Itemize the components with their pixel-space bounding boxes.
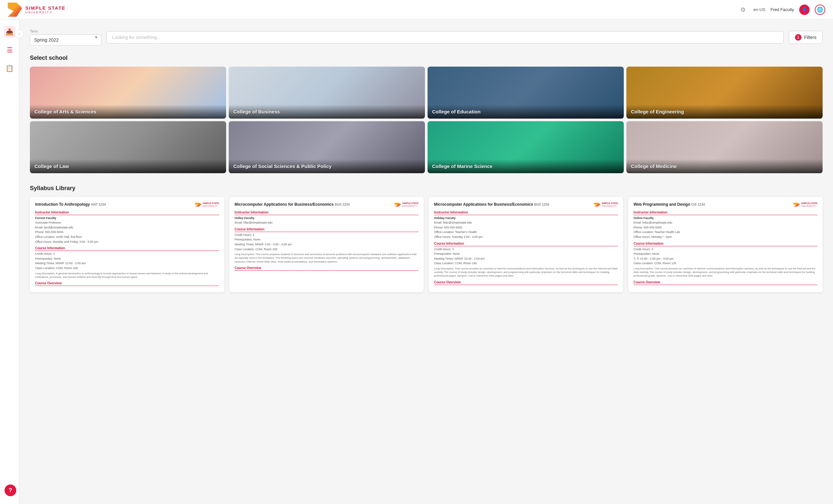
syllabus-instructor-name: Online Faculty — [634, 216, 817, 220]
syllabus-instructor-hours: Office Hours: Monday and Friday, 3:00 - … — [35, 240, 219, 244]
syllabus-course-desc: Long Description: A general introduction… — [35, 272, 219, 279]
college-card-overlay: College of Medicine — [626, 159, 823, 173]
syllabus-grid: Introduction To Anthropology ANT 1234 SI… — [30, 197, 823, 292]
syllabus-code: CIS 1234 — [691, 203, 705, 206]
search-input[interactable] — [106, 31, 784, 44]
syllabus-logo-icon — [793, 203, 800, 207]
filter-count-badge: 1 — [795, 34, 802, 41]
syllabus-card[interactable]: Web Programming and Design CIS 1234 SIMP… — [628, 197, 823, 292]
syllabus-title: Web Programming and Design CIS 1234 — [634, 202, 705, 207]
logo-subtitle: UNIVERSITY — [25, 11, 66, 14]
globe-button[interactable]: 🌐 — [815, 4, 825, 15]
syllabus-instructor-phone: Phone: 555-555-5555 — [434, 225, 618, 230]
syllabus-instructor-section: Instructor Information — [235, 211, 419, 215]
sidebar-toggle[interactable]: › — [15, 29, 24, 38]
logo-text: SIMPLE STATE UNIVERSITY — [25, 5, 66, 14]
syllabus-header: Microcomputer Applications for Business/… — [434, 202, 618, 208]
college-card[interactable]: College of Education — [428, 67, 624, 119]
syllabus-course-location: Class Location: COM, Room 140 — [434, 261, 618, 265]
syllabus-icon: 📋 — [5, 64, 14, 72]
syllabus-card-inner: Introduction To Anthropology ANT 1234 SI… — [35, 202, 219, 286]
college-card-label: College of Law — [34, 164, 69, 169]
syllabus-instructor-email: Email: fprof@simplestate.edu — [35, 225, 219, 230]
language-label: en-US — [754, 7, 765, 12]
logo-icon — [8, 3, 22, 17]
syllabus-course-overview: Course Overview — [35, 281, 219, 286]
syllabus-title: Microcomputer Applications for Business/… — [434, 202, 549, 207]
syllabus-course-section: Course Information — [235, 227, 419, 232]
syllabus-card-inner: Microcomputer Applications for Business/… — [434, 202, 618, 285]
college-card[interactable]: College of Marine Science — [428, 121, 624, 173]
settings-button[interactable]: ⚙ — [738, 4, 748, 15]
syllabus-instructor-name: Forrest Faculty — [35, 216, 219, 220]
syllabus-course-location: Class Location: COM, Room 105 — [35, 266, 219, 270]
syllabus-course-overview: Course Overview — [434, 281, 618, 285]
syllabus-course-prereq: Prerequisites: None — [434, 252, 618, 256]
college-card[interactable]: College of Business — [229, 67, 425, 119]
avatar[interactable]: 👤 — [799, 4, 810, 15]
globe-icon: 🌐 — [817, 6, 823, 13]
syllabus-course-desc: Long Description: This course provides a… — [634, 267, 817, 278]
syllabus-card[interactable]: Microcomputer Applications for Business/… — [229, 197, 424, 292]
term-select[interactable]: Spring 2022 Fall 2021 Summer 2021 — [30, 34, 101, 46]
logo-area: SIMPLE STATE UNIVERSITY — [8, 3, 66, 17]
catalog-icon: ☰ — [7, 46, 13, 54]
syllabus-logo-text: SIMPLE STATEUNIVERSITY — [801, 202, 817, 207]
syllabus-course-credits: Credit Hours: 3 — [634, 247, 817, 251]
college-card-label: College of Education — [432, 109, 480, 114]
syllabus-instructor-location: Office Location: Teacher's Health — [434, 230, 618, 234]
syllabus-course-times: Meeting Times: M/W/F 10:30 - 2:00 am — [434, 257, 618, 261]
help-button[interactable]: ? — [4, 484, 16, 496]
college-card-overlay: College of Business — [229, 105, 425, 119]
syllabus-course-location: Class Location: COM, Room 105 — [235, 247, 419, 251]
syllabus-logo-area: SIMPLE STATEUNIVERSITY — [793, 202, 817, 207]
syllabus-course-credits: Credit Hours: 3 — [235, 233, 419, 237]
syllabus-card[interactable]: Introduction To Anthropology ANT 1234 SI… — [30, 197, 224, 292]
college-card[interactable]: College of Social Sciences & Public Poli… — [229, 121, 425, 173]
syllabus-header: Introduction To Anthropology ANT 1234 SI… — [35, 202, 219, 208]
college-card-label: College of Medicine — [631, 164, 677, 169]
syllabus-instructor-name: Holiday Faculty — [434, 216, 618, 220]
syllabus-instructor-location: Office Location: Teacher Health Lab — [634, 230, 817, 234]
college-card-overlay: College of Arts & Sciences — [30, 105, 226, 119]
syllabus-logo-text: SIMPLE STATEUNIVERSITY — [602, 202, 618, 207]
syllabus-logo-area: SIMPLE STATEUNIVERSITY — [195, 202, 219, 207]
college-card-overlay: College of Engineering — [626, 105, 823, 119]
college-card-overlay: College of Marine Science — [428, 159, 624, 173]
syllabus-course-times: Meeting Times: M/W/F 2:00 - 3:00 - 3:00 … — [235, 242, 419, 247]
college-card[interactable]: College of Engineering — [626, 67, 823, 119]
college-card[interactable]: College of Medicine — [626, 121, 823, 173]
syllabus-course-location: Class Location: COM, Room 125 — [634, 261, 817, 265]
sidebar-item-catalog[interactable]: ☰ — [4, 44, 16, 56]
college-card[interactable]: College of Law — [30, 121, 226, 173]
sidebar-item-syllabus[interactable]: 📋 — [4, 63, 16, 74]
college-card[interactable]: College of Arts & Sciences — [30, 67, 226, 119]
filter-button[interactable]: 1 Filters — [789, 31, 823, 44]
syllabus-instructor-hours: Office Hours: Monday / - 5pm — [634, 235, 817, 239]
syllabus-logo-area: SIMPLE STATEUNIVERSITY — [395, 202, 419, 207]
syllabus-title: Introduction To Anthropology ANT 1234 — [35, 202, 106, 207]
college-card-overlay: College of Social Sciences & Public Poli… — [229, 159, 425, 173]
syllabus-header: Microcomputer Applications for Business/… — [235, 202, 419, 208]
courses-icon: 📥 — [5, 28, 14, 36]
syllabus-logo-icon — [594, 203, 600, 207]
syllabus-course-overview: Course Overview — [634, 281, 817, 285]
syllabus-logo-area: SIMPLE STATEUNIVERSITY — [594, 202, 618, 207]
syllabus-instructor-hours: Office Hours: Tuesday 2:00 - 4:00 pm — [434, 235, 618, 239]
syllabus-instructor-section: Instructor Information — [35, 211, 219, 215]
syllabus-card[interactable]: Microcomputer Applications for Business/… — [429, 197, 623, 292]
syllabus-header: Web Programming and Design CIS 1234 SIMP… — [634, 202, 817, 208]
syllabus-course-credits: Credit Hours: 3 — [434, 247, 618, 251]
syllabus-instructor-location: Office Location: smith Hall, first floor — [35, 235, 219, 239]
college-card-label: College of Engineering — [631, 109, 684, 114]
syllabus-logo-text: SIMPLE STATEUNIVERSITY — [203, 202, 219, 207]
syllabus-instructor-title: Associate Professor — [35, 221, 219, 225]
college-card-label: College of Arts & Sciences — [34, 109, 96, 114]
term-label: Term — [30, 29, 101, 33]
syllabus-instructor-phone: Phone: 555-555-5555 — [634, 225, 817, 230]
sidebar-item-courses[interactable]: 📥 — [4, 26, 16, 38]
syllabus-code: BUS 1234 — [335, 203, 350, 206]
logo-title: SIMPLE STATE — [25, 5, 66, 11]
syllabus-instructor-phone: Phone: 555-555-5555 — [35, 230, 219, 234]
gear-icon: ⚙ — [740, 6, 745, 13]
